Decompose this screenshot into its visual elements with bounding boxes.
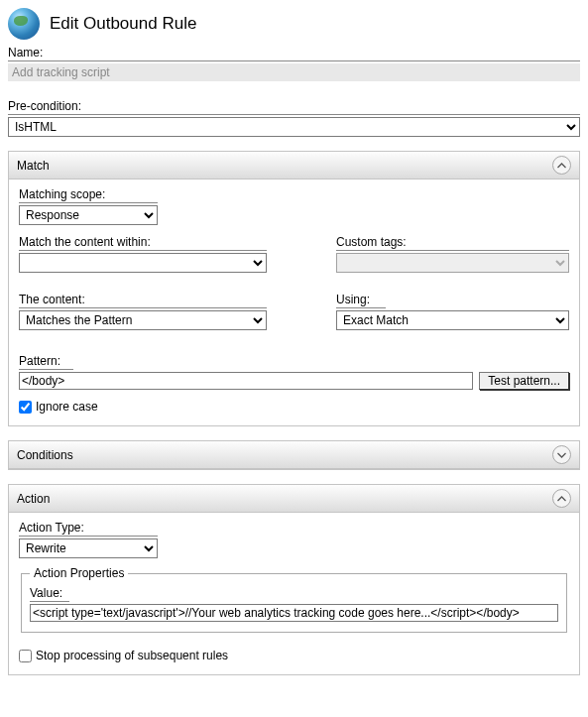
match-group: Match Matching scope: Response Match the… bbox=[8, 151, 580, 426]
the-content-label: The content: bbox=[19, 293, 267, 308]
action-header[interactable]: Action bbox=[9, 485, 579, 513]
action-type-select[interactable]: Rewrite bbox=[19, 538, 158, 558]
match-title: Match bbox=[17, 159, 50, 173]
action-properties-legend: Action Properties bbox=[30, 566, 128, 580]
custom-tags-label: Custom tags: bbox=[336, 235, 569, 251]
value-input[interactable] bbox=[30, 604, 558, 622]
name-input[interactable]: Add tracking script bbox=[8, 63, 580, 81]
pattern-input[interactable] bbox=[19, 372, 473, 390]
action-title: Action bbox=[17, 492, 50, 506]
page-header: Edit Outbound Rule bbox=[8, 8, 580, 40]
matching-scope-select[interactable]: Response bbox=[19, 205, 158, 225]
expand-icon[interactable] bbox=[552, 445, 571, 464]
match-header[interactable]: Match bbox=[9, 152, 579, 179]
value-label: Value: bbox=[30, 586, 69, 602]
conditions-group: Conditions bbox=[8, 440, 580, 470]
action-type-label: Action Type: bbox=[19, 521, 158, 537]
ignore-case-label: Ignore case bbox=[36, 400, 98, 414]
action-properties-fieldset: Action Properties Value: bbox=[21, 566, 567, 633]
globe-icon bbox=[8, 8, 40, 40]
precondition-select[interactable]: IsHTML bbox=[8, 117, 580, 137]
matching-scope-label: Matching scope: bbox=[19, 187, 158, 203]
test-pattern-button[interactable]: Test pattern... bbox=[479, 372, 569, 390]
content-within-select[interactable] bbox=[19, 253, 267, 273]
page-title: Edit Outbound Rule bbox=[50, 14, 196, 34]
action-group: Action Action Type: Rewrite Action Prope… bbox=[8, 484, 580, 675]
stop-processing-label: Stop processing of subsequent rules bbox=[36, 649, 228, 662]
ignore-case-checkbox[interactable] bbox=[19, 401, 32, 414]
name-label: Name: bbox=[8, 46, 580, 61]
conditions-title: Conditions bbox=[17, 448, 73, 462]
the-content-select[interactable]: Matches the Pattern bbox=[19, 310, 267, 330]
using-label: Using: bbox=[336, 293, 386, 308]
precondition-label: Pre-condition: bbox=[8, 99, 580, 115]
content-within-label: Match the content within: bbox=[19, 235, 267, 251]
stop-processing-checkbox[interactable] bbox=[19, 650, 32, 662]
collapse-icon[interactable] bbox=[552, 156, 571, 175]
pattern-label: Pattern: bbox=[19, 354, 73, 370]
conditions-header[interactable]: Conditions bbox=[9, 441, 579, 469]
custom-tags-select bbox=[336, 253, 569, 273]
collapse-icon[interactable] bbox=[552, 489, 571, 508]
using-select[interactable]: Exact Match bbox=[336, 310, 569, 330]
